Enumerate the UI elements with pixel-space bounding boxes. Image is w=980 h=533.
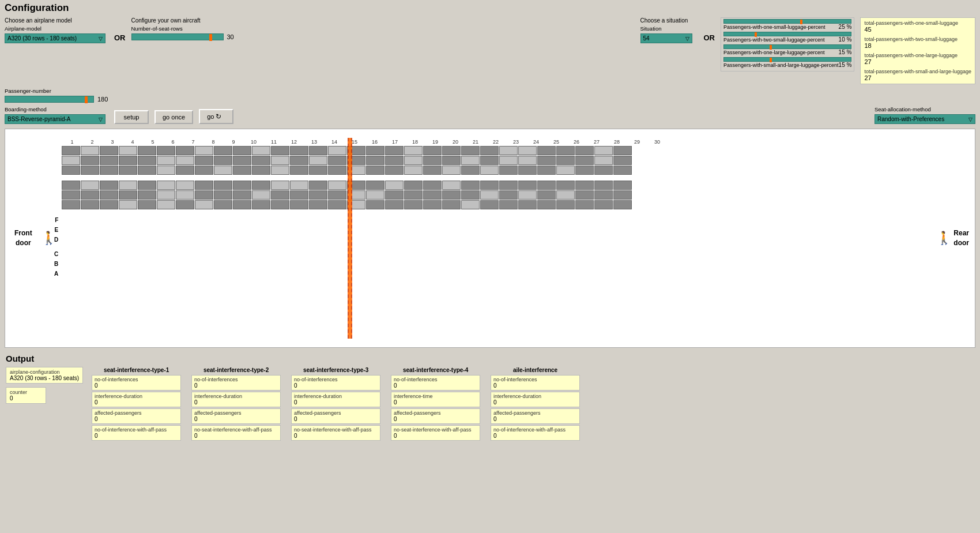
seat-A-23 — [480, 200, 499, 209]
row-label-A: A — [54, 269, 60, 279]
seat-B-30 — [613, 190, 632, 200]
int-field-label-1-2: affected-passengers — [194, 410, 278, 416]
seat-alloc-dropdown[interactable]: Random-with-Preferences ▽ — [875, 114, 975, 124]
or-label-2: OR — [704, 33, 715, 42]
go-button[interactable]: go ↻ — [199, 109, 233, 124]
int-field-value-1-0: 0 — [194, 382, 278, 389]
seat-D-11 — [252, 166, 270, 175]
seat-A-25 — [518, 200, 537, 209]
seat-F-20 — [423, 146, 442, 155]
seat-B-24 — [499, 190, 518, 200]
col-num-3: 3 — [103, 139, 122, 145]
luggage-slider-2[interactable] — [723, 32, 851, 36]
configure-label: Configure your own aircraft — [131, 17, 247, 24]
int-field-label-3-2: affected-passengers — [394, 410, 477, 416]
output-section: Output airplane-configuration A320 (30 r… — [0, 350, 980, 445]
seat-A-22 — [461, 200, 480, 209]
seat-D-4 — [119, 166, 137, 175]
seat-A-3 — [100, 200, 118, 209]
seat-D-6 — [157, 166, 175, 175]
seat-A-10 — [233, 200, 251, 209]
or-label-1: OR — [114, 33, 126, 42]
interference-group-title-1: seat-interference-type-2 — [191, 367, 281, 373]
seat-A-21 — [442, 200, 461, 209]
luggage-pct-1: 25 % — [839, 24, 852, 30]
seat-E-7 — [176, 156, 194, 165]
int-field-label-3-1: interference-time — [394, 393, 477, 399]
luggage-slider-3[interactable] — [723, 44, 851, 49]
seat-D-29 — [594, 166, 613, 175]
passenger-knob — [85, 96, 88, 103]
col-num-22: 22 — [486, 139, 506, 145]
situation-group: Choose a situation Situation 54 ▽ — [640, 17, 698, 43]
int-field-label-2-1: interference-duration — [294, 393, 378, 399]
row-label-C: C — [54, 249, 60, 259]
col-num-1: 1 — [62, 139, 82, 145]
seat-F-23 — [480, 146, 499, 155]
int-field-label-1-0: no-of-interferences — [194, 377, 278, 382]
output-info: airplane-configuration A320 (30 rows - 1… — [6, 367, 83, 404]
seat-E-13 — [290, 156, 308, 165]
setup-button[interactable]: setup — [114, 110, 149, 124]
seat-C-29 — [594, 181, 613, 190]
seat-A-7 — [176, 200, 194, 209]
luggage-slider-4[interactable] — [723, 57, 851, 62]
int-field-label-0-1: interference-duration — [95, 393, 178, 399]
seat-alloc-group: Seat-allocation-method Random-with-Prefe… — [875, 106, 975, 124]
seat-C-25 — [518, 181, 537, 190]
total-item-4: total-passengers-with-small-and-large-lu… — [864, 69, 971, 81]
seat-D-22 — [461, 166, 480, 175]
airplane-visualization: Frontdoor 🚶 F E D C B A 1234567891011121… — [5, 129, 975, 348]
seat-F-9 — [214, 146, 232, 155]
seat-D-20 — [423, 166, 442, 175]
seat-B-7 — [176, 190, 194, 200]
boarding-method-arrow: ▽ — [99, 117, 103, 122]
int-field-value-0-2: 0 — [95, 416, 178, 422]
seat-F-18 — [385, 146, 404, 155]
int-field-0-3: no-of-interference-with-aff-pass0 — [92, 425, 181, 441]
seat-A-30 — [613, 200, 632, 209]
airplane-config-box: airplane-configuration A320 (30 rows - 1… — [6, 367, 83, 384]
choose-situation-label: Choose a situation — [640, 17, 698, 24]
seat-D-2 — [81, 166, 99, 175]
airplane-model-dropdown[interactable]: A320 (30 rows - 180 seats) ▽ — [5, 33, 105, 43]
seat-E-9 — [214, 156, 232, 165]
row-label-E: E — [54, 225, 60, 235]
luggage-slider-1[interactable] — [723, 19, 851, 24]
seat-D-10 — [233, 166, 251, 175]
passenger-slider[interactable] — [5, 96, 94, 103]
seat-F-28 — [575, 146, 594, 155]
int-field-label-2-0: no-of-interferences — [294, 377, 378, 382]
col-num-13: 13 — [304, 139, 324, 145]
seat-D-13 — [290, 166, 308, 175]
col-num-18: 18 — [405, 139, 425, 145]
go-once-button[interactable]: go once — [154, 110, 193, 124]
seat-E-23 — [480, 156, 499, 165]
seat-C-1 — [62, 181, 80, 190]
aisle-gap — [62, 175, 941, 180]
seat-B-20 — [423, 190, 442, 200]
seat-rows-slider[interactable] — [131, 33, 224, 40]
seat-F-15 — [328, 146, 346, 155]
seat-B-25 — [518, 190, 537, 200]
int-field-value-3-1: 0 — [394, 399, 477, 406]
seat-E-4 — [119, 156, 137, 165]
seat-E-17 — [366, 156, 385, 165]
seat-alloc-arrow: ▽ — [968, 117, 973, 122]
int-field-3-0: no-of-interferences0 — [391, 375, 480, 391]
int-field-value-2-3: 0 — [294, 433, 378, 439]
seat-E-1 — [62, 156, 80, 165]
seat-D-18 — [385, 166, 404, 175]
seat-D-5 — [138, 166, 156, 175]
situation-sublabel: Situation — [640, 25, 698, 32]
airplane-model-group: Choose an airplane model Airplane-model … — [5, 17, 108, 43]
int-field-1-0: no-of-interferences0 — [191, 375, 281, 391]
boarding-method-dropdown[interactable]: BSS-Reverse-pyramid-A ▽ — [5, 114, 105, 124]
int-field-0-2: affected-passengers0 — [92, 408, 181, 424]
seat-C-9 — [214, 181, 232, 190]
situation-dropdown[interactable]: 54 ▽ — [640, 33, 692, 43]
seat-row-D — [62, 166, 941, 175]
seat-B-11 — [252, 190, 270, 200]
luggage-knob-3 — [770, 45, 772, 50]
int-field-2-1: interference-duration0 — [291, 392, 380, 407]
